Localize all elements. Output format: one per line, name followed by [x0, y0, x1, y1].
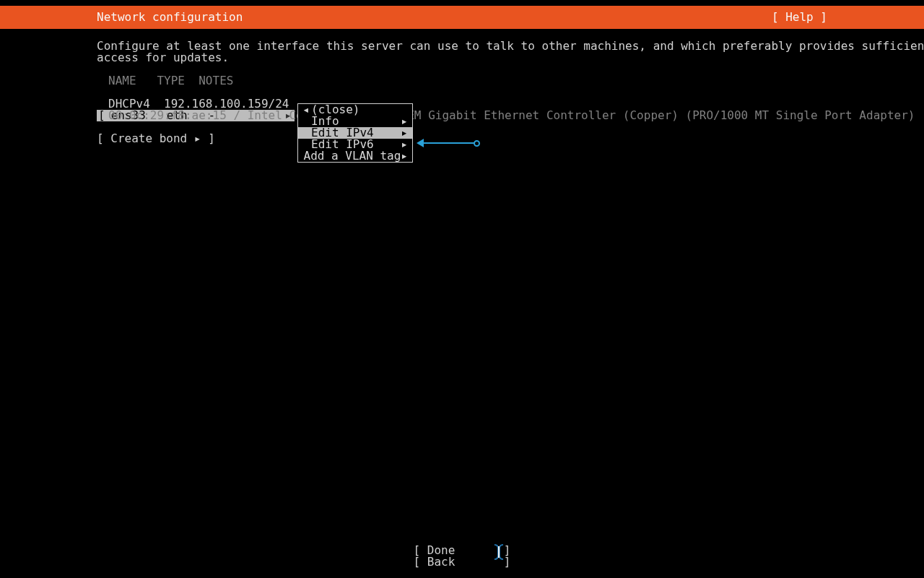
interface-context-menu: ◂ (close) Info ▸ Edit IPv4 ▸ Edit IPv6 ▸…	[297, 103, 413, 163]
instruction-text: Configure at least one interface this se…	[97, 40, 827, 64]
left-triangle-icon: ◂	[302, 104, 311, 116]
help-button[interactable]: [ Help ]	[772, 12, 827, 23]
interface-hardware-row: 00:0c:29:f8:ae:15 / Intel Corporation 82…	[97, 110, 827, 121]
footer: [ Done ] [ Back ]	[0, 545, 924, 568]
main-content: Configure at least one interface this se…	[0, 29, 924, 144]
col-type: TYPE	[157, 74, 185, 87]
interfaces-table: NAME TYPE NOTES [ ens33 eth - ▸ DHCPv4 1…	[97, 75, 827, 144]
col-notes: NOTES	[199, 74, 233, 87]
left-bracket-icon: [	[97, 110, 105, 121]
table-header: NAME TYPE NOTES	[97, 75, 827, 87]
page-title: Network configuration	[97, 12, 772, 23]
menu-item-add-vlan[interactable]: Add a VLAN tag ▸	[298, 150, 412, 162]
window-top-border	[0, 0, 924, 6]
cursor-icon	[492, 543, 505, 561]
title-bar: Network configuration [ Help ]	[0, 6, 924, 29]
annotation-arrow-icon	[417, 139, 480, 147]
right-triangle-icon: ▸	[401, 150, 408, 162]
col-name: NAME	[108, 74, 136, 87]
